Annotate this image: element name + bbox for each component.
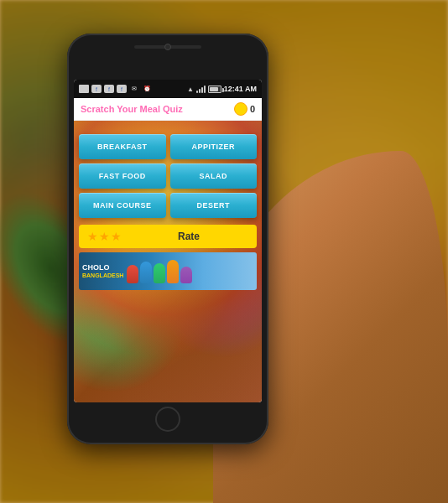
phone-home-button[interactable] bbox=[155, 407, 180, 432]
facebook-icon: f bbox=[91, 85, 102, 93]
rate-section[interactable]: ★★★ Rate bbox=[79, 225, 257, 248]
coin-icon bbox=[234, 102, 247, 116]
ad-person-3 bbox=[154, 263, 165, 283]
phone-screen: ▼ f f f ✉ ⏰ ▲ 12:41 AM bbox=[74, 80, 262, 402]
rate-label: Rate bbox=[129, 231, 248, 242]
battery-icon bbox=[208, 86, 221, 93]
app-header: Scratch Your Meal Quiz 0 bbox=[74, 98, 262, 121]
main-course-button[interactable]: MAIN COURSE bbox=[79, 193, 166, 218]
breakfast-button[interactable]: BREAKFAST bbox=[79, 134, 166, 159]
ad-person-5 bbox=[180, 267, 192, 283]
status-time: 12:41 AM bbox=[224, 85, 257, 93]
phone-camera bbox=[164, 44, 171, 50]
ad-person-2 bbox=[140, 262, 152, 283]
alarm-icon: ⏰ bbox=[142, 85, 152, 93]
salad-button[interactable]: SALAD bbox=[170, 163, 258, 189]
status-icons-right: ▲ 12:41 AM bbox=[187, 85, 257, 93]
coin-display: 0 bbox=[234, 102, 255, 116]
appitizer-button[interactable]: APPITIZER bbox=[170, 134, 258, 159]
signal-bar-2 bbox=[199, 89, 201, 93]
notification-icon: ▼ bbox=[79, 85, 89, 93]
star-rating[interactable]: ★★★ bbox=[87, 230, 122, 243]
signal-bar-3 bbox=[201, 87, 203, 93]
facebook3-icon: f bbox=[117, 85, 127, 93]
category-grid: BREAKFAST APPITIZER FAST FOOD SALAD MAIN… bbox=[74, 127, 262, 225]
signal-bars bbox=[196, 85, 206, 93]
ad-person-4 bbox=[167, 260, 179, 283]
fast-food-button[interactable]: FAST FOOD bbox=[79, 163, 166, 189]
ad-logo-line1: CHOLO bbox=[82, 263, 123, 272]
mail-icon: ✉ bbox=[129, 85, 139, 93]
status-bar: ▼ f f f ✉ ⏰ ▲ 12:41 AM bbox=[74, 80, 262, 98]
status-icons-left: ▼ f f f ✉ ⏰ bbox=[79, 85, 152, 93]
desert-button[interactable]: DESERT bbox=[170, 193, 258, 218]
app-content: BREAKFAST APPITIZER FAST FOOD SALAD MAIN… bbox=[74, 121, 262, 402]
signal-bar-1 bbox=[196, 91, 198, 93]
ad-banner[interactable]: CHOLO BANGLADESH bbox=[79, 252, 257, 290]
signal-bar-4 bbox=[204, 86, 206, 93]
coin-count: 0 bbox=[250, 104, 255, 114]
phone-frame: ▼ f f f ✉ ⏰ ▲ 12:41 AM bbox=[67, 34, 268, 444]
ad-logo-line2: BANGLADESH bbox=[82, 272, 123, 279]
ad-people bbox=[127, 260, 192, 283]
ad-person-1 bbox=[127, 265, 138, 283]
facebook2-icon: f bbox=[104, 85, 114, 93]
ad-logo: CHOLO BANGLADESH bbox=[82, 263, 123, 279]
app-title: Scratch Your Meal Quiz bbox=[81, 104, 183, 114]
battery-fill bbox=[210, 87, 218, 91]
wifi-icon: ▲ bbox=[187, 86, 194, 93]
